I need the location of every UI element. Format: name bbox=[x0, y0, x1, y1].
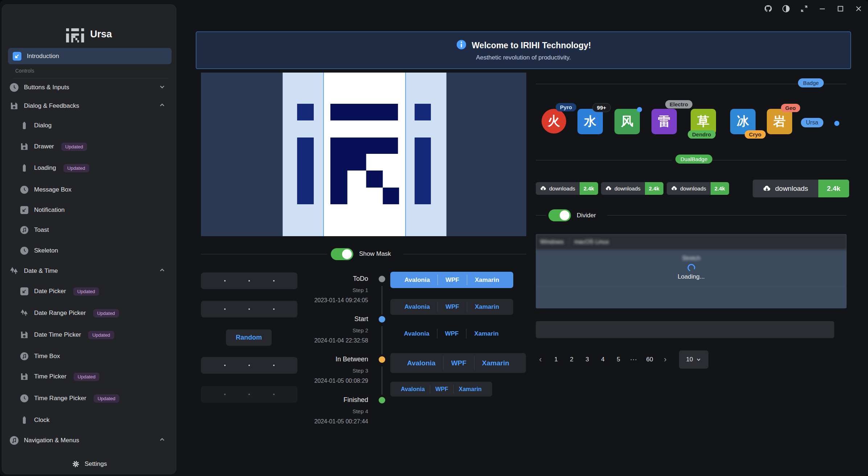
sidebar-group-buttons-inputs[interactable]: Buttons & Inputs bbox=[9, 79, 172, 96]
maximize-icon[interactable] bbox=[836, 4, 845, 13]
downloads-badge-3[interactable]: downloads 2.4k bbox=[667, 182, 729, 195]
tab-windows[interactable]: Windows bbox=[540, 239, 564, 245]
sidebar-group-dialog-feedbacks[interactable]: Dialog & Feedbacks bbox=[9, 98, 172, 114]
badge-tile-electro: 雷 Electro bbox=[651, 109, 677, 134]
clock-icon bbox=[20, 185, 29, 194]
clock-icon bbox=[9, 83, 19, 92]
downloads-badge-1[interactable]: downloads 2.4k bbox=[536, 182, 598, 195]
group-button-avalonia[interactable]: Avalonia bbox=[397, 272, 437, 288]
sidebar-item-loading[interactable]: Loading Updated bbox=[20, 160, 172, 176]
sidebar-item-notification[interactable]: Notification bbox=[20, 202, 172, 218]
page-2[interactable]: 2 bbox=[567, 356, 576, 363]
sidebar-item-label: Date Range Picker bbox=[34, 309, 86, 317]
group-button-wpf[interactable]: WPF bbox=[430, 382, 453, 397]
button-group-primary[interactable]: Avalonia WPF Xamarin bbox=[390, 272, 513, 288]
group-button-wpf[interactable]: WPF bbox=[438, 299, 467, 315]
page-5[interactable]: 5 bbox=[614, 356, 623, 363]
random-button[interactable]: Random bbox=[226, 329, 272, 346]
welcome-banner: Welcome to IRIHI Technology! Aesthetic r… bbox=[196, 32, 851, 69]
group-button-avalonia[interactable]: Avalonia bbox=[399, 353, 443, 373]
sidebar-item-time-box[interactable]: Time Box bbox=[20, 348, 172, 365]
step-subtitle: Step 3 bbox=[353, 368, 368, 374]
button-group-plain[interactable]: Avalonia WPF Xamarin bbox=[390, 326, 512, 341]
divider-toggle[interactable] bbox=[548, 209, 571, 221]
group-button-xamarin[interactable]: Xamarin bbox=[454, 382, 487, 397]
sidebar-item-date-picker[interactable]: Date Picker Updated bbox=[20, 283, 172, 300]
step-subtitle: Step 1 bbox=[353, 287, 368, 293]
sidebar-group-date-time[interactable]: Date & Time bbox=[9, 263, 172, 279]
group-button-wpf[interactable]: WPF bbox=[444, 353, 474, 373]
button-group-dark-small[interactable]: Avalonia WPF Xamarin bbox=[390, 382, 492, 397]
page-3[interactable]: 3 bbox=[583, 356, 592, 363]
group-button-xamarin[interactable]: Xamarin bbox=[467, 299, 507, 315]
group-button-xamarin[interactable]: Xamarin bbox=[467, 272, 507, 288]
sidebar-item-label: Time Picker bbox=[34, 373, 66, 380]
panel-tabs: Windows macOS Linux bbox=[536, 234, 847, 250]
page-next-icon[interactable]: › bbox=[661, 355, 670, 364]
button-group-dark-large[interactable]: Avalonia WPF Xamarin bbox=[390, 353, 526, 373]
badge-electro: Electro bbox=[665, 100, 692, 108]
sidebar-item-date-range-picker[interactable]: Date Range Picker Updated bbox=[20, 305, 172, 321]
minimize-icon[interactable] bbox=[818, 4, 827, 13]
page-ellipsis[interactable]: ••• bbox=[629, 358, 639, 362]
badge-tile-geo: 岩 Geo bbox=[767, 109, 792, 134]
step-timestamp: 2024-01-04 22:32:58 bbox=[314, 337, 368, 344]
page-size-select[interactable]: 10 bbox=[679, 350, 708, 369]
badge-dot bbox=[637, 107, 642, 112]
group-button-wpf[interactable]: WPF bbox=[438, 272, 467, 288]
group-button-xamarin[interactable]: Xamarin bbox=[474, 353, 517, 373]
sidebar-item-label: Skeleton bbox=[34, 247, 58, 254]
badge-tile-pyro: 火 Pyro bbox=[542, 109, 566, 134]
empty-textbox[interactable] bbox=[536, 321, 834, 338]
downloads-label: downloads bbox=[549, 185, 575, 192]
step-status-dot bbox=[379, 316, 385, 323]
badge-tile-dendro: 草 Dendro bbox=[691, 109, 716, 134]
badge-tile-99plus: 水 99+ bbox=[577, 109, 603, 134]
chevron-down-icon bbox=[159, 83, 166, 92]
downloads-badge-2[interactable]: downloads 2.4k bbox=[601, 182, 663, 195]
badge-dendro: Dendro bbox=[688, 130, 716, 139]
time-picker-input-2[interactable] bbox=[201, 301, 297, 317]
sidebar-item-label: Date Time Picker bbox=[34, 331, 81, 338]
sidebar-item-time-picker[interactable]: Time Picker Updated bbox=[20, 368, 172, 385]
sidebar-item-skeleton[interactable]: Skeleton bbox=[20, 242, 172, 259]
time-picker-input-1[interactable] bbox=[201, 272, 297, 289]
theme-toggle-icon[interactable] bbox=[782, 4, 790, 13]
close-icon[interactable] bbox=[854, 4, 863, 13]
sidebar-item-dialog[interactable]: Dialog bbox=[20, 117, 172, 134]
sidebar-item-time-range-picker[interactable]: Time Range Picker Updated bbox=[20, 390, 172, 407]
sidebar-item-date-time-picker[interactable]: Date Time Picker Updated bbox=[20, 327, 172, 343]
group-button-wpf[interactable]: WPF bbox=[437, 326, 466, 341]
step-todo: ToDo Step 1 2023-01-14 09:24:05 bbox=[297, 275, 388, 311]
floppy-icon bbox=[20, 372, 29, 381]
step-title: Start bbox=[354, 315, 368, 323]
sidebar-item-clock[interactable]: Clock bbox=[20, 412, 172, 428]
sidebar-group-navigation-menus[interactable]: Navigation & Menus bbox=[9, 432, 172, 449]
fullscreen-icon[interactable] bbox=[800, 4, 809, 13]
page-prev-icon[interactable]: ‹ bbox=[536, 355, 545, 364]
github-icon[interactable] bbox=[764, 4, 772, 13]
group-button-avalonia[interactable]: Avalonia bbox=[396, 382, 430, 397]
chevron-up-icon bbox=[159, 102, 166, 110]
tab-macos-linux[interactable]: macOS Linux bbox=[574, 239, 609, 245]
step-status-dot bbox=[379, 356, 385, 363]
group-button-avalonia[interactable]: Avalonia bbox=[396, 326, 437, 341]
sidebar-item-drawer[interactable]: Drawer Updated bbox=[20, 138, 172, 155]
sidebar-item-introduction[interactable]: Introduction bbox=[8, 48, 172, 64]
downloads-count: 2.4k bbox=[645, 182, 663, 195]
button-group-dark[interactable]: Avalonia WPF Xamarin bbox=[390, 299, 513, 315]
sidebar-item-message-box[interactable]: Message Box bbox=[20, 181, 172, 198]
settings-label: Settings bbox=[85, 460, 107, 468]
ursa-pill-badge: Ursa bbox=[801, 118, 823, 127]
show-mask-toggle[interactable] bbox=[331, 248, 353, 260]
group-button-avalonia[interactable]: Avalonia bbox=[397, 299, 437, 315]
page-60[interactable]: 60 bbox=[645, 356, 654, 363]
sidebar-item-label: Clock bbox=[34, 416, 50, 424]
page-4[interactable]: 4 bbox=[598, 356, 608, 363]
sidebar-item-toast[interactable]: Toast bbox=[20, 222, 172, 238]
group-button-xamarin[interactable]: Xamarin bbox=[466, 326, 506, 341]
time-picker-input-3[interactable] bbox=[201, 357, 297, 374]
settings-button[interactable]: Settings bbox=[2, 454, 176, 474]
downloads-badge-4-large[interactable]: downloads 2.4k bbox=[753, 180, 849, 197]
page-1[interactable]: 1 bbox=[551, 356, 561, 363]
